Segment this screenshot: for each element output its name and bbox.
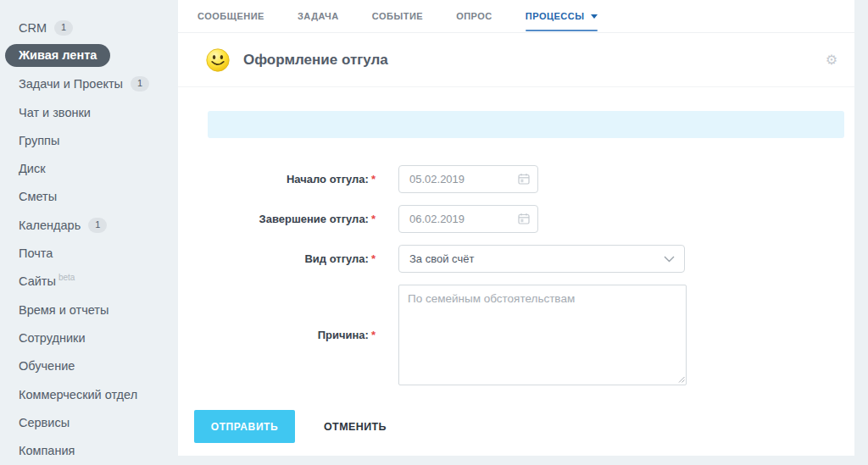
sidebar-item-company[interactable]: Компания [0,436,178,464]
sidebar-item-services[interactable]: Сервисы [0,408,178,436]
sidebar-item-employees[interactable]: Сотрудники [0,324,178,352]
sidebar-item-label: Почта [19,246,53,260]
sidebar-item-groups[interactable]: Группы [0,126,178,154]
reason-textarea[interactable] [398,285,687,385]
date-field-wrap [398,165,538,193]
cancel-button[interactable]: ОТМЕНИТЬ [324,421,387,433]
tab-label: СООБЩЕНИЕ [198,11,264,21]
form-row-leave-type: Вид отгула:* За свой счёт [178,245,854,273]
form-row-start-date: Начало отгула:* [178,165,854,193]
sidebar-item-label: Сотрудники [19,331,86,345]
sidebar-item-label: Диск [19,162,46,175]
field-label: Завершение отгула:* [178,213,376,225]
tab-processes[interactable]: ПРОЦЕССЫ [526,0,598,32]
sidebar-item-label: Задачи и Проекты [19,77,123,91]
form-row-reason: Причина:* [178,285,854,385]
submit-button[interactable]: ОТПРАВИТЬ [194,410,295,443]
sidebar-item-estimates[interactable]: Сметы [0,183,178,211]
sidebar-item-calendar[interactable]: Календарь 1 [0,211,178,239]
beta-tag: beta [58,273,75,282]
notification-badge: 1 [54,20,73,36]
tab-label: ОПРОС [456,11,492,21]
sidebar-item-time-reports[interactable]: Время и отчеты [0,296,178,324]
sidebar-item-label: Календарь [19,219,81,232]
page-title: Оформление отгула [243,52,388,69]
tab-label: ЗАДАЧА [298,11,339,21]
notification-badge: 1 [131,76,149,91]
calendar-icon[interactable] [518,213,530,224]
tab-event[interactable]: СОБЫТИЕ [372,0,423,32]
calendar-icon[interactable] [518,173,530,185]
sidebar-item-mail[interactable]: Почта [0,239,178,267]
sidebar-item-label: Чат и звонки [19,106,91,119]
sidebar-item-crm[interactable]: CRM 1 [0,14,178,42]
sidebar: CRM 1 Живая лента Задачи и Проекты 1 Чат… [0,0,178,465]
sidebar-item-label: Время и отчеты [19,303,108,317]
tab-label: СОБЫТИЕ [372,11,423,21]
sidebar-item-label: Обучение [19,359,75,373]
tab-task[interactable]: ЗАДАЧА [298,0,339,32]
notification-badge: 1 [88,218,107,233]
leave-type-select[interactable]: За свой счёт [398,245,685,273]
sidebar-item-live-feed[interactable]: Живая лента [0,42,178,69]
sidebar-item-label: Коммерческий отдел [19,388,137,401]
sidebar-item-label-active: Живая лента [5,44,110,67]
selected-option: За свой счёт [409,252,474,265]
sidebar-item-label: Компания [19,444,75,457]
date-field-wrap [398,205,538,233]
chevron-down-icon [664,256,675,263]
required-mark: * [371,252,376,265]
field-label: Причина:* [178,329,376,341]
form-header: Оформление отгула ⚙ [178,33,854,87]
smiley-process-icon [206,48,230,72]
sidebar-item-sites[interactable]: Сайты beta [0,268,178,296]
sidebar-item-label: CRM [19,21,47,35]
required-mark: * [371,213,376,225]
sidebar-item-chat-calls[interactable]: Чат и звонки [0,98,178,126]
gear-icon[interactable]: ⚙ [826,53,837,67]
sidebar-item-disk[interactable]: Диск [0,154,178,182]
form-row-end-date: Завершение отгула:* [178,205,854,233]
info-banner [208,111,844,138]
field-label: Вид отгула:* [178,252,376,265]
sidebar-item-label: Сервисы [19,416,70,429]
tab-poll[interactable]: ОПРОС [456,0,492,32]
caret-down-icon [591,14,598,19]
process-form: Начало отгула:* Завершение отгула:* [178,165,854,385]
sidebar-item-label: Сайты [19,274,56,288]
field-label: Начало отгула:* [178,173,376,185]
sidebar-item-tasks-projects[interactable]: Задачи и Проекты 1 [0,70,178,98]
select-field-wrap: За свой счёт [398,245,685,273]
required-mark: * [371,329,376,341]
sidebar-item-training[interactable]: Обучение [0,352,178,380]
sidebar-item-label: Сметы [19,190,57,203]
sidebar-item-commercial-dept[interactable]: Коммерческий отдел [0,380,178,408]
sidebar-item-label: Группы [19,134,59,147]
main-panel: СООБЩЕНИЕ ЗАДАЧА СОБЫТИЕ ОПРОС ПРОЦЕССЫ [178,0,854,456]
tab-message[interactable]: СООБЩЕНИЕ [198,0,264,32]
textarea-field-wrap [398,285,687,385]
required-mark: * [371,173,376,185]
tab-label: ПРОЦЕССЫ [526,11,585,21]
form-actions: ОТПРАВИТЬ ОТМЕНИТЬ [178,410,854,443]
post-type-tabbar: СООБЩЕНИЕ ЗАДАЧА СОБЫТИЕ ОПРОС ПРОЦЕССЫ [178,0,854,33]
